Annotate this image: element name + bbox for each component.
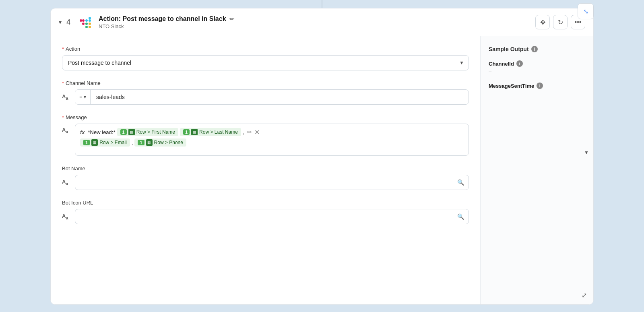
svg-rect-9 — [89, 26, 91, 28]
token-number-last-name: 1 — [183, 129, 190, 135]
channel-name-input[interactable] — [91, 90, 469, 104]
card-body: * Action Post message to channel ▼ — [51, 36, 593, 304]
channelid-info-icon[interactable]: i — [516, 60, 523, 67]
message-edit-icon[interactable]: ✏ — [247, 129, 252, 135]
bot-icon-url-field-group: Bot Icon URL Aa 🔍 — [62, 200, 469, 224]
bot-name-search-icon: 🔍 — [457, 179, 464, 186]
action-field-group: * Action Post message to channel ▼ — [62, 46, 469, 70]
bot-name-input-wrapper: 🔍 — [75, 175, 469, 190]
header-text: Action: Post message to channel in Slack… — [99, 15, 530, 29]
sample-output-title: Sample Output i — [489, 46, 585, 52]
fx-icon: fx — [80, 129, 85, 135]
sample-field-messagesenttime: MessageSentTime i – — [489, 83, 585, 97]
action-required-star: * — [62, 46, 64, 52]
svg-rect-0 — [82, 23, 85, 25]
header-title: Action: Post message to channel in Slack… — [99, 15, 530, 23]
comma-after-email: , — [132, 140, 133, 146]
token-row-phone[interactable]: 1 ▦ Row > Phone — [134, 138, 186, 147]
sample-field-channelid: ChannelId i – — [489, 60, 585, 74]
move-button[interactable]: ✥ — [535, 15, 550, 29]
action-select-wrapper: Post message to channel ▼ — [62, 55, 469, 70]
list-dropdown-arrow-icon: ▾ — [84, 94, 86, 100]
svg-rect-4 — [89, 19, 91, 22]
main-container: ⤡ ▾ 4 — [0, 0, 644, 312]
move-icon: ✥ — [540, 19, 545, 26]
message-required-star: * — [62, 114, 64, 120]
token-label-email: Row > Email — [99, 140, 127, 145]
header-subtitle: NTO Slack — [99, 23, 530, 29]
bot-icon-url-row: Aa 🔍 — [62, 209, 469, 224]
action-title: Action: Post message to channel in Slack — [99, 15, 226, 23]
expand-icon: ⤡ — [583, 8, 588, 15]
svg-rect-1 — [82, 19, 85, 22]
token-number-first-name: 1 — [120, 129, 127, 135]
token-number-email: 1 — [83, 140, 90, 145]
sample-output-section: Sample Output i ChannelId i – MessageSen… — [481, 36, 593, 304]
svg-rect-7 — [85, 26, 88, 28]
channel-name-aa-prefix: Aa — [62, 93, 72, 101]
message-aa-prefix: Aa — [62, 127, 72, 134]
bot-name-field-group: Bot Name Aa 🔍 — [62, 165, 469, 190]
expand-button[interactable]: ⤡ — [578, 3, 594, 19]
list-icon: ≡ — [79, 94, 82, 100]
message-field-group: * Message Aa fx *New lead:* — [62, 114, 469, 156]
token-number-phone: 1 — [138, 140, 144, 145]
bot-name-aa-prefix: Aa — [62, 179, 72, 186]
action-select[interactable]: Post message to channel — [62, 55, 469, 70]
svg-rect-6 — [85, 23, 88, 25]
bottom-expand-button[interactable]: ⤢ — [578, 289, 590, 302]
chevron-down-icon: ▾ — [59, 19, 62, 25]
bot-icon-url-label: Bot Icon URL — [62, 200, 469, 206]
bot-name-input[interactable] — [75, 175, 469, 190]
sheets-icon-phone: ▦ — [146, 139, 153, 146]
sample-field-name-messagesenttime: MessageSentTime i — [489, 83, 585, 89]
collapse-button[interactable]: ▾ — [59, 19, 62, 25]
card-header: ▾ 4 — [51, 8, 593, 36]
sheets-icon-last-name: ▦ — [191, 129, 198, 135]
channel-name-label: * Channel Name — [62, 80, 469, 86]
messagesenttime-info-icon[interactable]: i — [537, 83, 543, 89]
token-row-first-name[interactable]: 1 ▦ Row > First Name — [117, 128, 178, 136]
bottom-expand-icon: ⤢ — [582, 291, 587, 299]
sheets-icon-first-name: ▦ — [128, 129, 135, 135]
list-icon-button[interactable]: ≡ ▾ — [75, 90, 91, 104]
channel-name-row: Aa ≡ ▾ ▼ — [62, 89, 469, 105]
edit-title-icon[interactable]: ✏ — [229, 16, 234, 22]
token-label-last-name: Row > Last Name — [199, 129, 238, 135]
token-label-first-name: Row > First Name — [136, 129, 175, 135]
sample-output-info-icon[interactable]: i — [531, 46, 538, 52]
sample-field-value-channelid: – — [489, 68, 585, 74]
bot-icon-url-aa-prefix: Aa — [62, 213, 72, 220]
svg-rect-8 — [89, 23, 91, 25]
bot-icon-url-search-icon: 🔍 — [457, 213, 464, 220]
message-close-icon[interactable]: ✕ — [254, 128, 260, 136]
bot-icon-url-input-wrapper: 🔍 — [75, 209, 469, 224]
action-card: ▾ 4 — [50, 8, 594, 305]
step-number: 4 — [66, 18, 74, 27]
svg-rect-3 — [85, 19, 88, 22]
svg-rect-2 — [80, 19, 82, 22]
channel-name-field-group: * Channel Name Aa ≡ ▾ ▼ — [62, 80, 469, 105]
channel-input-wrapper: ≡ ▾ ▼ — [75, 89, 469, 105]
sample-field-value-messagesenttime: – — [489, 91, 585, 97]
svg-rect-5 — [89, 17, 91, 19]
channel-name-required-star: * — [62, 80, 64, 86]
refresh-icon: ↻ — [558, 19, 563, 26]
more-icon: ••• — [575, 19, 582, 26]
slack-icon — [79, 15, 94, 29]
token-row-email[interactable]: 1 ▦ Row > Email — [80, 138, 130, 147]
message-box[interactable]: fx *New lead:* 1 ▦ Row > First Name — [75, 124, 469, 156]
top-divider — [322, 0, 322, 8]
comma-after-last-name: , — [243, 129, 244, 135]
bot-icon-url-input[interactable] — [75, 209, 469, 224]
bot-name-label: Bot Name — [62, 165, 469, 171]
message-row: Aa fx *New lead:* 1 ▦ — [62, 124, 469, 156]
token-row-last-name[interactable]: 1 ▦ Row > Last Name — [180, 128, 241, 136]
action-label: * Action — [62, 46, 469, 52]
sheets-icon-email: ▦ — [91, 139, 98, 146]
message-static-text: *New lead:* — [88, 129, 116, 135]
message-label: * Message — [62, 114, 469, 120]
form-section: * Action Post message to channel ▼ — [51, 36, 481, 304]
refresh-button[interactable]: ↻ — [553, 15, 568, 29]
bot-name-row: Aa 🔍 — [62, 175, 469, 190]
